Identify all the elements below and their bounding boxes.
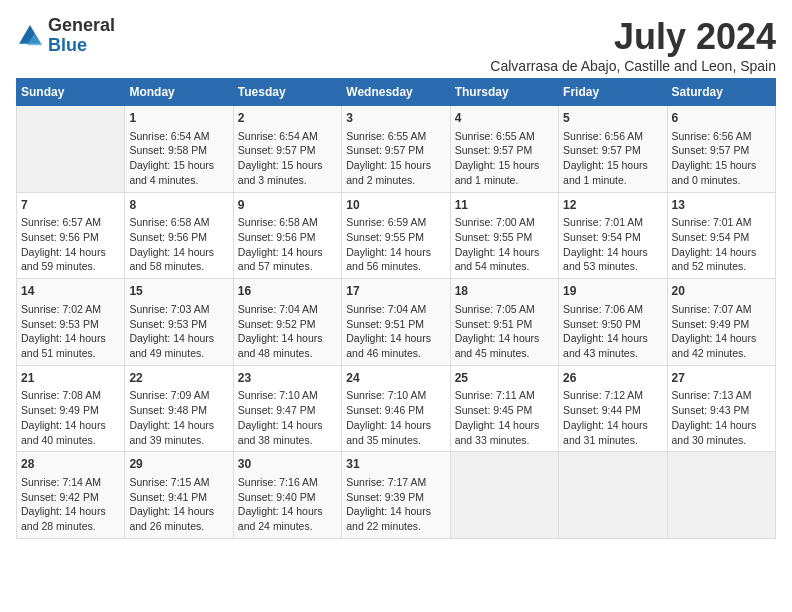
column-header-saturday: Saturday (667, 79, 775, 106)
day-info: Sunrise: 7:15 AMSunset: 9:41 PMDaylight:… (129, 475, 228, 534)
calendar-cell (17, 106, 125, 193)
day-info: Sunrise: 6:58 AMSunset: 9:56 PMDaylight:… (238, 215, 337, 274)
column-header-monday: Monday (125, 79, 233, 106)
day-number: 22 (129, 370, 228, 387)
calendar-cell: 15Sunrise: 7:03 AMSunset: 9:53 PMDayligh… (125, 279, 233, 366)
calendar-week-row: 28Sunrise: 7:14 AMSunset: 9:42 PMDayligh… (17, 452, 776, 539)
calendar-cell: 9Sunrise: 6:58 AMSunset: 9:56 PMDaylight… (233, 192, 341, 279)
day-number: 27 (672, 370, 771, 387)
calendar-cell: 17Sunrise: 7:04 AMSunset: 9:51 PMDayligh… (342, 279, 450, 366)
column-header-friday: Friday (559, 79, 667, 106)
day-info: Sunrise: 7:03 AMSunset: 9:53 PMDaylight:… (129, 302, 228, 361)
day-number: 29 (129, 456, 228, 473)
column-header-sunday: Sunday (17, 79, 125, 106)
day-number: 3 (346, 110, 445, 127)
logo: General Blue (16, 16, 115, 56)
day-number: 20 (672, 283, 771, 300)
day-info: Sunrise: 7:01 AMSunset: 9:54 PMDaylight:… (563, 215, 662, 274)
day-number: 15 (129, 283, 228, 300)
calendar-cell: 31Sunrise: 7:17 AMSunset: 9:39 PMDayligh… (342, 452, 450, 539)
column-header-wednesday: Wednesday (342, 79, 450, 106)
day-number: 17 (346, 283, 445, 300)
calendar-cell: 1Sunrise: 6:54 AMSunset: 9:58 PMDaylight… (125, 106, 233, 193)
day-number: 25 (455, 370, 554, 387)
day-info: Sunrise: 7:10 AMSunset: 9:46 PMDaylight:… (346, 388, 445, 447)
day-info: Sunrise: 7:07 AMSunset: 9:49 PMDaylight:… (672, 302, 771, 361)
calendar-cell: 8Sunrise: 6:58 AMSunset: 9:56 PMDaylight… (125, 192, 233, 279)
calendar-cell: 24Sunrise: 7:10 AMSunset: 9:46 PMDayligh… (342, 365, 450, 452)
calendar-cell (450, 452, 558, 539)
day-info: Sunrise: 7:16 AMSunset: 9:40 PMDaylight:… (238, 475, 337, 534)
day-info: Sunrise: 6:59 AMSunset: 9:55 PMDaylight:… (346, 215, 445, 274)
logo-icon (16, 22, 44, 50)
calendar-cell: 16Sunrise: 7:04 AMSunset: 9:52 PMDayligh… (233, 279, 341, 366)
day-number: 26 (563, 370, 662, 387)
logo-blue-text: Blue (48, 35, 87, 55)
day-number: 31 (346, 456, 445, 473)
day-number: 21 (21, 370, 120, 387)
day-number: 9 (238, 197, 337, 214)
calendar-cell: 4Sunrise: 6:55 AMSunset: 9:57 PMDaylight… (450, 106, 558, 193)
day-number: 1 (129, 110, 228, 127)
day-number: 5 (563, 110, 662, 127)
column-header-thursday: Thursday (450, 79, 558, 106)
calendar-cell: 2Sunrise: 6:54 AMSunset: 9:57 PMDaylight… (233, 106, 341, 193)
location-text: Calvarrasa de Abajo, Castille and Leon, … (490, 58, 776, 74)
day-info: Sunrise: 7:05 AMSunset: 9:51 PMDaylight:… (455, 302, 554, 361)
day-number: 28 (21, 456, 120, 473)
calendar-table: SundayMondayTuesdayWednesdayThursdayFrid… (16, 78, 776, 539)
day-number: 30 (238, 456, 337, 473)
title-block: July 2024 Calvarrasa de Abajo, Castille … (490, 16, 776, 74)
calendar-cell (559, 452, 667, 539)
day-info: Sunrise: 7:12 AMSunset: 9:44 PMDaylight:… (563, 388, 662, 447)
day-info: Sunrise: 7:04 AMSunset: 9:51 PMDaylight:… (346, 302, 445, 361)
calendar-cell: 23Sunrise: 7:10 AMSunset: 9:47 PMDayligh… (233, 365, 341, 452)
calendar-cell: 14Sunrise: 7:02 AMSunset: 9:53 PMDayligh… (17, 279, 125, 366)
day-number: 12 (563, 197, 662, 214)
calendar-cell: 11Sunrise: 7:00 AMSunset: 9:55 PMDayligh… (450, 192, 558, 279)
calendar-cell: 6Sunrise: 6:56 AMSunset: 9:57 PMDaylight… (667, 106, 775, 193)
day-info: Sunrise: 6:54 AMSunset: 9:57 PMDaylight:… (238, 129, 337, 188)
calendar-cell: 19Sunrise: 7:06 AMSunset: 9:50 PMDayligh… (559, 279, 667, 366)
calendar-cell: 30Sunrise: 7:16 AMSunset: 9:40 PMDayligh… (233, 452, 341, 539)
day-info: Sunrise: 6:54 AMSunset: 9:58 PMDaylight:… (129, 129, 228, 188)
day-number: 7 (21, 197, 120, 214)
day-number: 10 (346, 197, 445, 214)
day-info: Sunrise: 7:09 AMSunset: 9:48 PMDaylight:… (129, 388, 228, 447)
day-number: 8 (129, 197, 228, 214)
calendar-week-row: 1Sunrise: 6:54 AMSunset: 9:58 PMDaylight… (17, 106, 776, 193)
day-info: Sunrise: 6:55 AMSunset: 9:57 PMDaylight:… (455, 129, 554, 188)
calendar-cell: 27Sunrise: 7:13 AMSunset: 9:43 PMDayligh… (667, 365, 775, 452)
day-info: Sunrise: 7:06 AMSunset: 9:50 PMDaylight:… (563, 302, 662, 361)
calendar-cell: 13Sunrise: 7:01 AMSunset: 9:54 PMDayligh… (667, 192, 775, 279)
calendar-cell: 18Sunrise: 7:05 AMSunset: 9:51 PMDayligh… (450, 279, 558, 366)
calendar-week-row: 21Sunrise: 7:08 AMSunset: 9:49 PMDayligh… (17, 365, 776, 452)
day-number: 18 (455, 283, 554, 300)
calendar-week-row: 14Sunrise: 7:02 AMSunset: 9:53 PMDayligh… (17, 279, 776, 366)
calendar-cell: 3Sunrise: 6:55 AMSunset: 9:57 PMDaylight… (342, 106, 450, 193)
day-info: Sunrise: 7:17 AMSunset: 9:39 PMDaylight:… (346, 475, 445, 534)
day-number: 16 (238, 283, 337, 300)
calendar-cell: 12Sunrise: 7:01 AMSunset: 9:54 PMDayligh… (559, 192, 667, 279)
day-number: 4 (455, 110, 554, 127)
calendar-cell: 25Sunrise: 7:11 AMSunset: 9:45 PMDayligh… (450, 365, 558, 452)
day-number: 11 (455, 197, 554, 214)
column-header-tuesday: Tuesday (233, 79, 341, 106)
calendar-cell (667, 452, 775, 539)
calendar-week-row: 7Sunrise: 6:57 AMSunset: 9:56 PMDaylight… (17, 192, 776, 279)
calendar-cell: 26Sunrise: 7:12 AMSunset: 9:44 PMDayligh… (559, 365, 667, 452)
calendar-cell: 28Sunrise: 7:14 AMSunset: 9:42 PMDayligh… (17, 452, 125, 539)
day-number: 23 (238, 370, 337, 387)
calendar-cell: 20Sunrise: 7:07 AMSunset: 9:49 PMDayligh… (667, 279, 775, 366)
day-number: 24 (346, 370, 445, 387)
day-number: 2 (238, 110, 337, 127)
day-number: 14 (21, 283, 120, 300)
day-info: Sunrise: 7:08 AMSunset: 9:49 PMDaylight:… (21, 388, 120, 447)
day-number: 19 (563, 283, 662, 300)
day-info: Sunrise: 7:04 AMSunset: 9:52 PMDaylight:… (238, 302, 337, 361)
month-title: July 2024 (490, 16, 776, 58)
day-info: Sunrise: 6:56 AMSunset: 9:57 PMDaylight:… (672, 129, 771, 188)
day-info: Sunrise: 6:56 AMSunset: 9:57 PMDaylight:… (563, 129, 662, 188)
day-info: Sunrise: 7:00 AMSunset: 9:55 PMDaylight:… (455, 215, 554, 274)
day-info: Sunrise: 6:58 AMSunset: 9:56 PMDaylight:… (129, 215, 228, 274)
